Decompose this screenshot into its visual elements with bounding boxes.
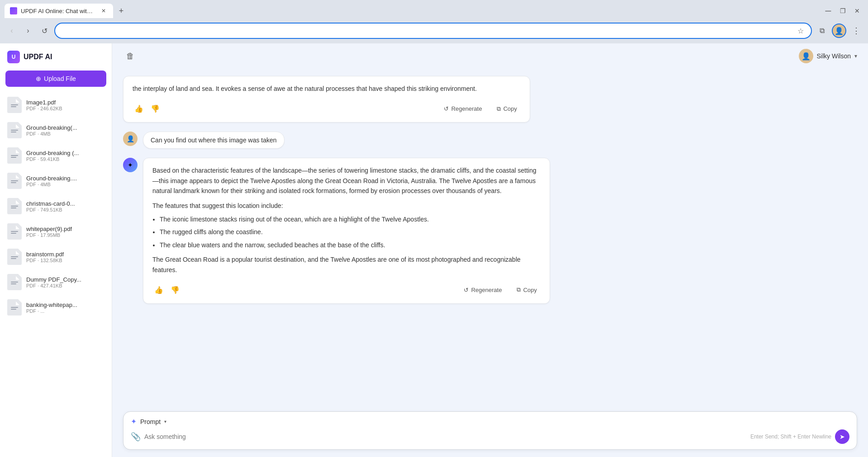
minimize-button[interactable]: ─ [822,5,835,17]
file-item[interactable]: Image1.pdf PDF · 246.62KB [0,92,112,118]
copy-label: Copy [523,287,537,293]
regenerate-label-2: Regenerate [471,287,502,293]
bookmark-icon[interactable]: ☆ [797,27,804,35]
file-info: Ground-breaking.... PDF · 4MB [26,175,77,187]
file-info: Ground-breaking(... PDF · 4MB [26,124,77,137]
prompt-chevron-icon: ▾ [164,419,166,424]
prompt-bar: ✦ Prompt ▾ [131,417,849,426]
file-item[interactable]: Ground-breaking(... PDF · 4MB [0,118,112,143]
reload-button[interactable]: ↺ [38,24,51,37]
file-name: Dummy PDF_Copy... [26,276,81,283]
user-info[interactable]: 👤 Silky Wilson ▾ [799,49,857,63]
file-size: PDF · ... [26,308,77,314]
copy-button-prev[interactable]: ⧉ Copy [493,104,521,114]
chevron-down-icon: ▾ [854,53,857,59]
delete-chat-button[interactable]: 🗑 [123,49,138,63]
file-icon [7,299,22,316]
maximize-button[interactable]: ❐ [836,5,849,17]
user-avatar: 👤 [799,49,813,63]
svg-rect-14 [11,207,16,208]
svg-rect-22 [11,282,18,283]
file-size: PDF · 4MB [26,131,77,137]
send-icon: ➤ [840,433,845,440]
updf-logo: U [7,51,20,63]
svg-rect-1 [11,104,18,105]
back-button[interactable]: ‹ [5,24,18,37]
ask-input[interactable] [144,433,747,440]
user-avatar-small: 👤 [123,132,138,146]
upload-file-button[interactable]: ⊕ Upload File [5,71,106,87]
attach-button[interactable]: 📎 [131,432,141,442]
file-size: PDF · 59.41KB [26,156,79,162]
file-size: PDF · 17.95MB [26,232,72,238]
prompt-sparkle-icon: ✦ [131,417,137,426]
prev-response-text: the interplay of land and sea. It evokes… [133,84,521,94]
file-name: Ground-breaking(... [26,124,77,131]
svg-rect-23 [11,283,16,284]
svg-rect-16 [11,231,18,232]
ai-response-intro: The features that suggest this location … [152,201,541,211]
copy-icon-2: ⧉ [517,286,521,293]
user-message-text: Can you find out where this image was ta… [151,137,277,144]
upload-label: Upload File [44,75,76,82]
file-icon [7,198,22,214]
vote-buttons: 👍 👎 [133,103,161,115]
svg-rect-11 [11,182,16,183]
regenerate-button-2[interactable]: ↺ Regenerate [460,284,506,295]
file-item[interactable]: whitepaper(9).pdf PDF · 17.95MB [0,219,112,244]
file-item[interactable]: Ground-breaking (... PDF · 59.41KB [0,143,112,168]
file-icon [7,223,22,240]
file-size: PDF · 132.58KB [26,258,64,263]
file-item[interactable]: Dummy PDF_Copy... PDF · 427.41KB [0,269,112,295]
ai-response-wrap: ✦ Based on the characteristic features o… [123,158,857,304]
browser-menu-button[interactable]: ⋮ [850,24,863,37]
sidebar-title: UPDF AI [24,53,52,61]
thumbs-up-button-2[interactable]: 👍 [152,284,165,296]
file-item[interactable]: brainstorm.pdf PDF · 132.58KB [0,244,112,269]
file-name: christmas-card-0... [26,200,75,207]
regenerate-button[interactable]: ↺ Regenerate [440,104,486,114]
chat-area: the interplay of land and sea. It evokes… [112,69,868,406]
copy-button[interactable]: ⧉ Copy [513,284,541,295]
bullet-item: The rugged cliffs along the coastline. [160,227,541,237]
file-name: whitepaper(9).pdf [26,226,72,232]
copy-label-prev: Copy [503,105,517,112]
thumbs-down-button-2[interactable]: 👎 [169,284,181,296]
tab-close-button[interactable]: ✕ [100,7,108,15]
user-name: Silky Wilson [817,52,851,60]
main-content: 🗑 👤 Silky Wilson ▾ the interplay of land… [112,43,868,457]
address-bar[interactable]: https://updf.ai ☆ [54,23,812,39]
file-icon [7,249,22,265]
svg-rect-19 [11,256,18,257]
file-size: PDF · 427.41KB [26,283,81,288]
thumbs-down-button[interactable]: 👎 [149,103,161,115]
send-button[interactable]: ➤ [835,429,849,444]
ai-avatar: ✦ [123,158,138,172]
prev-message-actions: 👍 👎 ↺ Regenerate ⧉ Copy [133,99,521,115]
file-name: Ground-breaking (... [26,150,79,156]
file-info: Ground-breaking (... PDF · 59.41KB [26,150,79,162]
extensions-button[interactable]: ⧉ [816,24,828,37]
app-layout: U UPDF AI ⊕ Upload File Image1.pdf PDF ·… [0,43,868,457]
profile-button[interactable]: 👤 [832,24,846,38]
file-info: Image1.pdf PDF · 246.62KB [26,99,62,111]
sidebar: U UPDF AI ⊕ Upload File Image1.pdf PDF ·… [0,43,112,457]
file-info: banking-whitepap... PDF · ... [26,302,77,314]
browser-chrome: UPDF AI Online: Chat with PDF ✕ + ─ ❐ ✕ … [0,0,868,43]
svg-rect-8 [11,157,16,158]
file-size: PDF · 246.62KB [26,106,62,111]
url-input[interactable]: https://updf.ai [62,27,794,34]
new-tab-button[interactable]: + [115,5,128,17]
active-tab[interactable]: UPDF AI Online: Chat with PDF ✕ [5,4,113,18]
close-window-button[interactable]: ✕ [851,5,863,17]
forward-button[interactable]: › [22,24,34,37]
ask-input-row: 📎 Enter Send; Shift + Enter Newline ➤ [131,429,849,444]
file-info: brainstorm.pdf PDF · 132.58KB [26,251,64,263]
svg-rect-2 [11,106,16,107]
file-item[interactable]: christmas-card-0... PDF · 749.51KB [0,193,112,219]
file-item[interactable]: banking-whitepap... PDF · ... [0,295,112,320]
thumbs-up-button[interactable]: 👍 [133,103,145,115]
input-area: ✦ Prompt ▾ 📎 Enter Send; Shift + Enter N… [112,406,868,457]
file-item[interactable]: Ground-breaking.... PDF · 4MB [0,168,112,193]
user-bubble: Can you find out where this image was ta… [143,132,285,149]
